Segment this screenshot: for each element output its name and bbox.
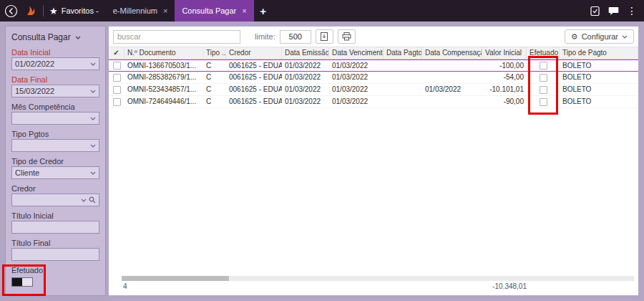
close-icon[interactable]: ×	[242, 6, 246, 15]
tipo-credor-label: Tipo de Credor	[11, 157, 99, 166]
data-inicial-select[interactable]: 01/02/2022	[11, 57, 99, 70]
chat-icon[interactable]	[605, 0, 621, 22]
chevron-down-icon	[90, 117, 96, 120]
cell-data-compensacao	[422, 96, 482, 108]
column-header-valor-inicial[interactable]: Valor Inicial	[482, 47, 527, 59]
column-header-tipo[interactable]: Tipo ...	[203, 47, 226, 59]
select-all-header[interactable]: ✓	[109, 47, 125, 59]
chevron-down-icon	[81, 199, 87, 202]
cell-data-pagto	[384, 60, 422, 71]
cell-tipo: C	[203, 84, 226, 95]
cell-data-compensacao: 01/03/2022	[422, 84, 482, 95]
chevron-down-icon	[90, 144, 96, 148]
titulo-final-input[interactable]	[11, 248, 99, 261]
cell-credor: 0061625 - EDUA...	[226, 60, 282, 71]
clipboard-icon[interactable]	[587, 0, 602, 22]
cell-tipo-pagto: BOLETO	[560, 60, 638, 71]
back-arrow-icon	[4, 4, 18, 18]
efetuado-checkbox[interactable]	[540, 74, 547, 82]
configure-label: Configurar	[582, 32, 618, 41]
print-button[interactable]	[338, 29, 356, 44]
limit-input[interactable]	[280, 30, 311, 44]
export-icon	[320, 32, 328, 41]
cell-data-pagto	[384, 96, 422, 108]
tab-label: Consulta Pagar	[182, 6, 236, 15]
table-row[interactable]: OMNI-523434857/1... C 0061625 - EDUA... …	[109, 84, 638, 96]
tab-label: e-Millennium	[113, 6, 157, 15]
cell-data-emissao: 01/03/2022	[282, 96, 329, 108]
column-header-documento[interactable]: N.º Documento	[125, 47, 203, 59]
tab-consulta-pagar[interactable]: Consulta Pagar ×	[175, 0, 253, 22]
column-header-credor[interactable]: Credor	[226, 47, 282, 59]
credor-select[interactable]	[11, 194, 99, 206]
cell-valor-inicial: -90,00	[482, 96, 527, 108]
cell-tipo-pagto: BOLETO	[560, 84, 638, 95]
tipo-pgtos-label: Tipo Pgtos	[11, 130, 99, 139]
tipo-credor-select[interactable]: Cliente	[11, 166, 99, 179]
table-row[interactable]: OMNI-724649446/1... C 0061625 - EDUA... …	[109, 96, 638, 108]
credor-label: Credor	[11, 184, 99, 194]
data-inicial-label: Data Inicial	[11, 48, 99, 57]
gear-icon: ⚙	[571, 32, 578, 42]
mes-competencia-select[interactable]	[11, 112, 99, 125]
cell-data-compensacao	[422, 60, 482, 71]
column-header-data-vencimento[interactable]: Data Vencimento	[329, 47, 384, 59]
efetuado-label: Efetuado	[11, 266, 99, 275]
efetuado-checkbox[interactable]	[540, 98, 547, 106]
column-header-data-compensacao[interactable]: Data Compensação	[422, 47, 482, 59]
configure-button[interactable]: ⚙ Configurar	[565, 29, 634, 44]
efetuado-checkbox[interactable]	[540, 62, 547, 70]
cell-data-compensacao	[422, 72, 482, 83]
chevron-down-icon	[90, 62, 96, 66]
column-header-tipo-pagto[interactable]: Tipo de Pagto	[560, 47, 638, 59]
efetuado-checkbox[interactable]	[540, 86, 547, 94]
back-button[interactable]	[0, 0, 21, 22]
titulo-inicial-input[interactable]	[11, 221, 99, 234]
mes-competencia-label: Mês Competência	[11, 102, 99, 112]
search-input[interactable]	[113, 30, 240, 44]
menu-dots-icon[interactable]: ⋮	[624, 0, 640, 22]
cell-data-vencimento: 01/03/2022	[329, 60, 384, 71]
close-icon[interactable]: ×	[163, 6, 167, 15]
horizontal-scrollbar[interactable]	[122, 276, 634, 281]
tipo-pgtos-select[interactable]	[11, 139, 99, 152]
data-inicial-value: 01/02/2022	[15, 59, 88, 68]
column-header-data-emissao[interactable]: Data Emissão	[282, 47, 329, 59]
cell-data-vencimento: 01/03/2022	[329, 84, 384, 95]
table-row[interactable]: OMNI-136670503/1... C 0061625 - EDUA... …	[109, 59, 638, 72]
export-button[interactable]	[316, 29, 333, 44]
row-checkbox[interactable]	[113, 74, 121, 82]
efetuado-toggle[interactable]	[11, 277, 33, 287]
favorites-button[interactable]: ★ Favoritos -	[47, 6, 106, 16]
cell-tipo-pagto: BOLETO	[560, 96, 638, 108]
data-final-select[interactable]: 15/03/2022	[11, 85, 99, 97]
column-header-efetuado[interactable]: Efetuado	[527, 47, 560, 59]
sidebar-title-dropdown[interactable]: Consulta Pagar	[11, 31, 99, 44]
table-row[interactable]: OMNI-285382679/1... C 0061625 - EDUA... …	[109, 72, 638, 84]
column-header-data-pagto[interactable]: Data Pagto	[384, 47, 422, 59]
scrollbar-thumb[interactable]	[122, 276, 229, 281]
cell-data-emissao: 01/03/2022	[282, 84, 329, 95]
table-header: ✓ N.º Documento Tipo ... Credor Data Emi…	[109, 47, 638, 59]
cell-tipo: C	[203, 60, 226, 71]
data-final-value: 15/03/2022	[15, 87, 88, 95]
chevron-down-icon	[90, 171, 96, 175]
new-tab-button[interactable]: +	[254, 0, 273, 22]
search-icon[interactable]	[89, 196, 96, 204]
cell-data-emissao: 01/03/2022	[282, 60, 329, 71]
cell-data-emissao: 01/03/2022	[282, 72, 329, 83]
row-checkbox[interactable]	[113, 62, 121, 70]
filter-sidebar: Consulta Pagar Data Inicial 01/02/2022 D…	[5, 26, 106, 296]
row-checkbox[interactable]	[113, 86, 121, 94]
cell-tipo-pagto: BOLETO	[560, 72, 638, 83]
results-toolbar: limite: ⚙ Configurar	[109, 27, 638, 47]
tab-e-millennium[interactable]: e-Millennium ×	[106, 0, 175, 22]
cell-valor-inicial: -54,00	[482, 72, 527, 83]
sidebar-title: Consulta Pagar	[11, 32, 71, 42]
favorites-label: Favoritos -	[62, 6, 99, 15]
cell-documento: OMNI-523434857/1...	[125, 84, 203, 95]
row-checkbox[interactable]	[113, 98, 121, 106]
cell-valor-inicial: -100,00	[482, 60, 527, 71]
results-panel: limite: ⚙ Configurar	[108, 26, 639, 296]
cell-data-vencimento: 01/03/2022	[329, 72, 384, 83]
